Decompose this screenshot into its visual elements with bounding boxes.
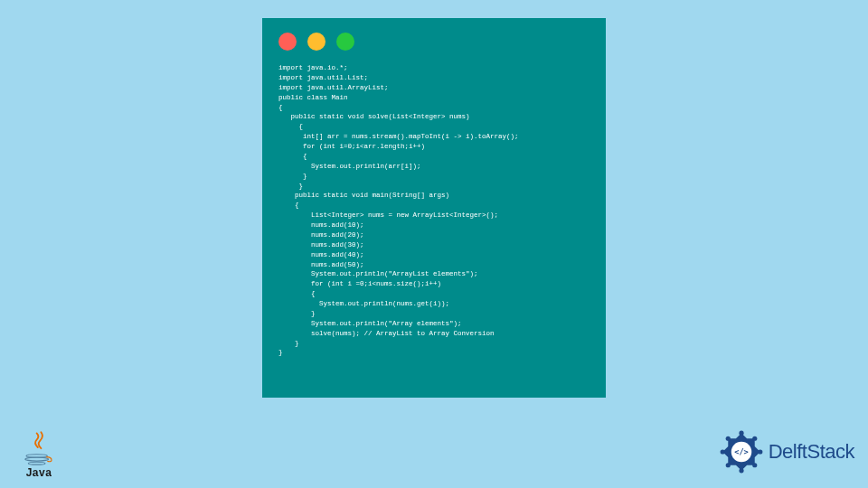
- svg-point-2: [28, 462, 45, 465]
- delft-stack-icon: </>: [718, 428, 765, 475]
- delft-stack-logo: </> DelftStack: [718, 428, 854, 475]
- code-content: import java.io.*; import java.util.List;…: [278, 63, 590, 358]
- svg-point-10: [725, 436, 730, 441]
- svg-point-9: [720, 449, 724, 454]
- java-logo-text: Java: [26, 466, 52, 479]
- svg-point-8: [725, 463, 730, 467]
- maximize-dot-icon[interactable]: [336, 33, 354, 51]
- close-dot-icon[interactable]: [278, 33, 297, 51]
- code-window: import java.io.*; import java.util.List;…: [262, 18, 606, 398]
- svg-text:</>: </>: [734, 447, 749, 456]
- svg-point-4: [752, 436, 757, 441]
- svg-point-7: [739, 468, 743, 473]
- svg-point-6: [752, 463, 757, 467]
- java-steam-icon: [28, 431, 50, 453]
- svg-point-3: [739, 431, 743, 436]
- java-cup-icon: [23, 453, 55, 465]
- window-title-bar: [278, 33, 590, 51]
- svg-point-5: [758, 449, 762, 454]
- delft-stack-text: DelftStack: [769, 440, 854, 464]
- minimize-dot-icon[interactable]: [307, 33, 326, 51]
- java-logo: Java: [16, 431, 61, 479]
